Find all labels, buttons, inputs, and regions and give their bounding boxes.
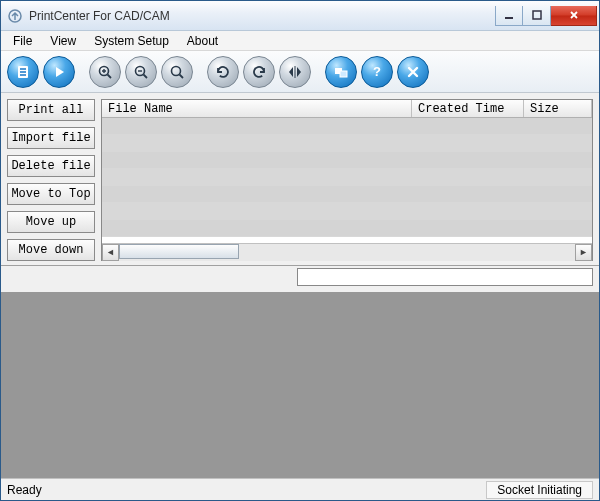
scroll-left-arrow[interactable]: ◄ [102, 244, 119, 261]
svg-rect-2 [533, 11, 541, 19]
scroll-right-arrow[interactable]: ► [575, 244, 592, 261]
window-controls [495, 6, 597, 26]
zoom-fit-button[interactable]: zoom-fit-icon [161, 56, 193, 88]
table-row[interactable] [102, 135, 592, 152]
rotate-cw-button[interactable]: rotate-cw-icon [207, 56, 239, 88]
status-right: Socket Initiating [486, 481, 593, 499]
svg-rect-12 [340, 71, 347, 77]
menu-about[interactable]: About [179, 32, 226, 50]
window-layout-button[interactable]: window-icon [325, 56, 357, 88]
preview-area [1, 292, 599, 478]
scroll-thumb[interactable] [119, 244, 239, 259]
status-left: Ready [7, 483, 42, 497]
col-size[interactable]: Size [524, 100, 592, 117]
svg-line-7 [144, 74, 148, 78]
table-row[interactable] [102, 118, 592, 135]
menu-view[interactable]: View [42, 32, 84, 50]
delete-file-button[interactable]: Delete file [7, 155, 95, 177]
window-title: PrintCenter For CAD/CAM [29, 9, 495, 23]
app-window: PrintCenter For CAD/CAM File View System… [0, 0, 600, 501]
zoom-out-button[interactable]: zoom-out-icon [125, 56, 157, 88]
help-button[interactable]: ? help-icon [361, 56, 393, 88]
statusbar: Ready Socket Initiating [1, 478, 599, 500]
content-area: Print all Import file Delete file Move t… [1, 93, 599, 478]
upper-panel: Print all Import file Delete file Move t… [1, 93, 599, 266]
table-body[interactable] [102, 118, 592, 243]
side-buttons: Print all Import file Delete file Move t… [7, 99, 101, 261]
menubar: File View System Setup About [1, 31, 599, 51]
svg-line-9 [180, 74, 184, 78]
horizontal-scrollbar[interactable]: ◄ ► [102, 243, 592, 260]
print-all-button[interactable]: Print all [7, 99, 95, 121]
app-icon [7, 8, 23, 24]
svg-rect-1 [505, 17, 513, 19]
svg-text:?: ? [373, 64, 381, 79]
close-window-button[interactable] [551, 6, 597, 26]
table-row[interactable] [102, 203, 592, 220]
table-row[interactable] [102, 152, 592, 169]
col-created-time[interactable]: Created Time [412, 100, 524, 117]
svg-line-5 [108, 74, 112, 78]
svg-point-8 [172, 66, 181, 75]
refresh-list-button[interactable]: refresh-list-icon [7, 56, 39, 88]
rotate-ccw-button[interactable]: rotate-ccw-icon [243, 56, 275, 88]
titlebar[interactable]: PrintCenter For CAD/CAM [1, 1, 599, 31]
maximize-button[interactable] [523, 6, 551, 26]
col-file-name[interactable]: File Name [102, 100, 412, 117]
play-button[interactable]: play-icon [43, 56, 75, 88]
status-input-box[interactable] [297, 268, 593, 286]
file-table: File Name Created Time Size ◄ [101, 99, 593, 261]
toolbar: refresh-list-icon play-icon zoom-in-icon… [1, 51, 599, 93]
table-row[interactable] [102, 220, 592, 237]
exit-button[interactable]: close-icon [397, 56, 429, 88]
table-row[interactable] [102, 169, 592, 186]
scroll-track[interactable] [119, 244, 575, 261]
move-up-button[interactable]: Move up [7, 211, 95, 233]
move-down-button[interactable]: Move down [7, 239, 95, 261]
zoom-in-button[interactable]: zoom-in-icon [89, 56, 121, 88]
menu-file[interactable]: File [5, 32, 40, 50]
table-row[interactable] [102, 186, 592, 203]
import-file-button[interactable]: Import file [7, 127, 95, 149]
table-header: File Name Created Time Size [102, 100, 592, 118]
move-to-top-button[interactable]: Move to Top [7, 183, 95, 205]
menu-system-setup[interactable]: System Setup [86, 32, 177, 50]
mirror-button[interactable]: mirror-icon [279, 56, 311, 88]
minimize-button[interactable] [495, 6, 523, 26]
